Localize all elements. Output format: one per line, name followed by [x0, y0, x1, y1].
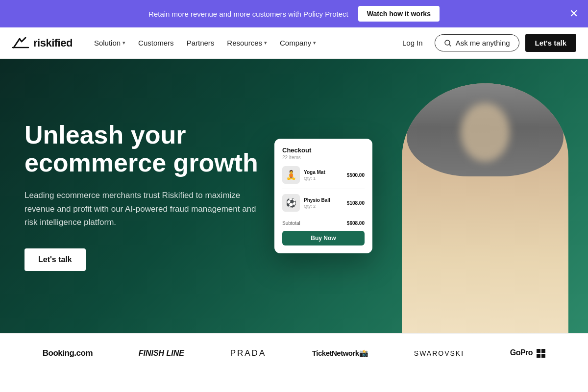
item-name-1: Physio Ball	[304, 197, 343, 203]
checkout-item-1: ⚽ Physio Ball Qty: 2 $108.00	[282, 194, 365, 217]
banner-close-button[interactable]: ✕	[569, 8, 578, 19]
banner-cta-button[interactable]: Watch how it works	[358, 6, 440, 22]
item-info-1: Physio Ball Qty: 2	[304, 197, 343, 209]
checkout-card: Checkout 22 items 🧘 Yoga Mat Qty: 1 $500…	[274, 139, 372, 253]
search-button[interactable]: Ask me anything	[435, 34, 519, 51]
hero-person	[382, 78, 588, 333]
brands-bar: Booking.com FINISH LINE PRADA TicketNetw…	[0, 333, 588, 372]
item-price-0: $500.00	[347, 172, 365, 178]
item-name-0: Yoga Mat	[304, 170, 343, 175]
nav-item-solution[interactable]: Solution ▾	[88, 35, 131, 51]
person-figure	[402, 83, 568, 333]
item-price-1: $108.00	[347, 200, 365, 206]
brand-prada: PRADA	[230, 348, 267, 358]
nav-cta-button[interactable]: Let's talk	[525, 34, 576, 52]
chevron-down-icon: ▾	[122, 40, 125, 46]
brand-ticket-network: TicketNetwork📸	[312, 349, 368, 358]
brand-booking: Booking.com	[43, 348, 93, 358]
hero-content: Unleash your ecommerce growth Leading ec…	[0, 59, 274, 333]
nav-item-company[interactable]: Company ▾	[274, 35, 322, 51]
subtotal-label: Subtotal	[282, 220, 300, 226]
logo-icon	[12, 37, 29, 49]
logo-link[interactable]: riskified	[12, 37, 73, 49]
nav-right: Log In Ask me anything Let's talk	[396, 34, 576, 52]
hero-cta-button[interactable]: Let's talk	[24, 248, 86, 271]
item-qty-0: Qty: 1	[304, 176, 343, 181]
buy-now-button[interactable]: Buy Now	[282, 231, 365, 245]
item-info-0: Yoga Mat Qty: 1	[304, 170, 343, 181]
hero-section: Unleash your ecommerce growth Leading ec…	[0, 59, 588, 333]
promo-banner: Retain more revenue and more customers w…	[0, 0, 588, 27]
nav-links: Solution ▾ Customers Partners Resources …	[88, 35, 392, 51]
hero-visual: Checkout 22 items 🧘 Yoga Mat Qty: 1 $500…	[245, 59, 588, 333]
nav-item-partners[interactable]: Partners	[181, 35, 220, 51]
hero-description: Leading ecommerce merchants trust Riskif…	[24, 189, 260, 229]
chevron-down-icon: ▾	[264, 40, 267, 46]
item-image-0: 🧘	[282, 166, 300, 184]
banner-text: Retain more revenue and more customers w…	[148, 10, 348, 18]
nav-item-customers[interactable]: Customers	[132, 35, 180, 51]
checkout-items-label: 22 items	[282, 155, 365, 160]
navbar: riskified Solution ▾ Customers Partners …	[0, 27, 588, 59]
brand-finish-line: FINISH LINE	[139, 349, 184, 358]
login-button[interactable]: Log In	[396, 35, 429, 51]
search-icon	[444, 39, 452, 47]
person-face-blur	[461, 103, 510, 162]
checkout-item-0: 🧘 Yoga Mat Qty: 1 $500.00	[282, 166, 365, 189]
subtotal-price: $608.00	[347, 220, 365, 226]
item-image-1: ⚽	[282, 194, 300, 212]
item-qty-1: Qty: 2	[304, 204, 343, 209]
nav-item-resources[interactable]: Resources ▾	[221, 35, 273, 51]
checkout-subtotal: Subtotal $608.00	[282, 220, 365, 226]
brand-gopro: GoPro	[510, 348, 545, 358]
checkout-title: Checkout	[282, 147, 365, 154]
chevron-down-icon: ▾	[313, 40, 316, 46]
brand-swarovski: SWAROVSKI	[414, 349, 464, 357]
hero-title: Unleash your ecommerce growth	[24, 121, 274, 177]
logo-text: riskified	[33, 37, 73, 49]
